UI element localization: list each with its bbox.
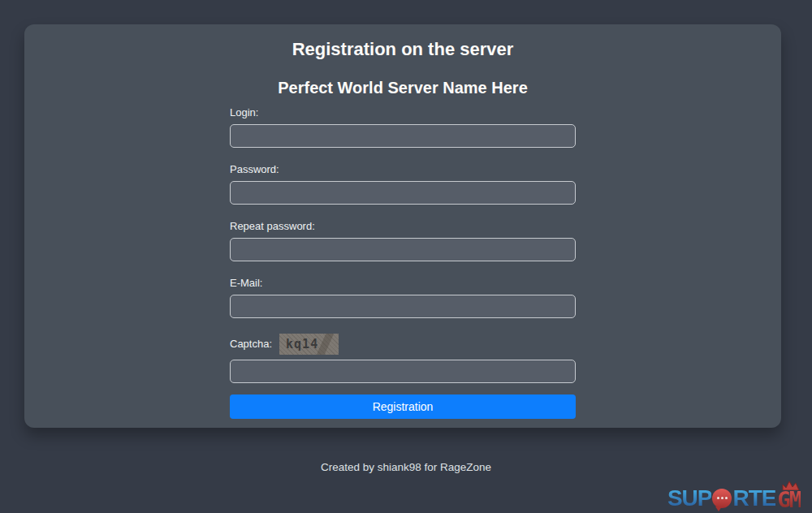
registration-button[interactable]: Registration bbox=[230, 394, 576, 419]
repeat-password-input[interactable] bbox=[230, 238, 576, 261]
logo-gm-letters: GM bbox=[777, 487, 801, 512]
email-input[interactable] bbox=[230, 295, 576, 318]
captcha-field-group bbox=[230, 360, 576, 383]
suportegm-logo: SUP RTE GM bbox=[667, 485, 801, 511]
logo-text-rte: RTE bbox=[732, 487, 775, 510]
captcha-row: Captcha: kq14 bbox=[230, 334, 576, 355]
crown-icon bbox=[782, 481, 800, 490]
captcha-input[interactable] bbox=[230, 360, 576, 383]
login-input[interactable] bbox=[230, 124, 576, 148]
login-label: Login: bbox=[230, 106, 576, 119]
registration-form: Login: Password: Repeat password: E-Mail… bbox=[230, 106, 576, 419]
password-field-group: Password: bbox=[230, 163, 576, 205]
registration-card: Registration on the server Perfect World… bbox=[24, 24, 781, 428]
email-field-group: E-Mail: bbox=[230, 277, 576, 318]
captcha-image: kq14 bbox=[279, 334, 339, 355]
server-name-title: Perfect World Server Name Here bbox=[230, 80, 576, 96]
footer-credit: Created by shiank98 for RageZone bbox=[0, 461, 812, 473]
speech-bubble-icon bbox=[712, 489, 732, 508]
repeat-password-field-group: Repeat password: bbox=[230, 220, 576, 261]
email-label: E-Mail: bbox=[230, 277, 576, 290]
repeat-password-label: Repeat password: bbox=[230, 220, 576, 233]
logo-text-gm: GM bbox=[777, 485, 801, 511]
captcha-label: Captcha: bbox=[230, 338, 272, 351]
password-input[interactable] bbox=[230, 181, 576, 205]
password-label: Password: bbox=[230, 163, 576, 176]
logo-text-sup: SUP bbox=[667, 487, 712, 510]
login-field-group: Login: bbox=[230, 106, 576, 148]
page-title: Registration on the server bbox=[230, 41, 576, 58]
